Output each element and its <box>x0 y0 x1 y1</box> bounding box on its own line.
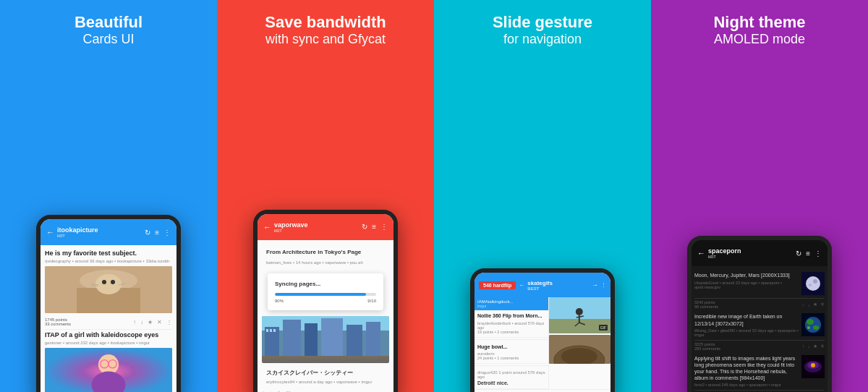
app-bar-title-2: vaporwave HOT <box>274 221 362 233</box>
app-bar-icons-2: ↻ ≡ ⋮ <box>362 223 388 231</box>
phone-4-body: ← spaceporn HOT ↻ ≡ ⋮ Moon, M <box>687 236 832 392</box>
night-post-2-meta: Wrong_Date • glew080 • around 52 days ag… <box>694 328 799 337</box>
comment-meta: dingus420 1 point around 576 days ago <box>477 370 545 379</box>
night-content: Moon, Mercury, Jupiter, Mars [2000X1333]… <box>692 266 827 392</box>
subreddit-sub: imgur <box>477 304 545 308</box>
night-upvote-2[interactable]: ↑ <box>802 344 805 349</box>
phone-3: 540 hardflip ← skategifs BEST → ⋮ IAMAta… <box>463 268 622 392</box>
star-icon-1[interactable]: ★ <box>148 319 153 325</box>
night-post-3-meta: fortz2 • around 248 days ago • spaceporn… <box>694 383 799 387</box>
svg-point-43 <box>813 325 819 330</box>
post-2-meta: gestoner • around 232 days ago • itookap… <box>45 341 172 345</box>
app-bar-title-3: skategifs BEST <box>527 280 592 291</box>
svg-point-5 <box>111 280 115 284</box>
content-1: He is my favorite test subject. rjvideog… <box>41 245 176 392</box>
mini-post-2-stats: 24 points • 1 comments <box>477 356 545 360</box>
back-icon-1[interactable]: ← <box>46 228 54 237</box>
night-thumb-3 <box>801 355 825 378</box>
mini-post-1-meta: braydenfunderburk • around 576 days ago <box>477 321 545 330</box>
app-bar-title-1: itookapicture HOT <box>57 226 145 238</box>
right-pane: GIF <box>549 297 610 389</box>
svg-rect-19 <box>305 323 318 356</box>
panel-3-main-title: Slide gesture <box>493 13 592 32</box>
panel-bandwidth: Save bandwidth with sync and Gfycat ← va… <box>217 0 434 392</box>
night-post-3: Applying tilt shift to images makes ligh… <box>694 352 825 391</box>
svg-point-4 <box>102 280 106 284</box>
svg-rect-22 <box>366 322 380 356</box>
panel-4-main-title: Night theme <box>713 13 805 32</box>
night-post-1-meta: UtopialsGood • around 23 days ago • spac… <box>694 281 799 289</box>
night-actions-2: 3225 points 283 comments ↑ ↓ ★ ✕ <box>694 341 825 352</box>
night-close-1[interactable]: ✕ <box>820 302 825 307</box>
jp-text: スカイスクレイパー・シッティー <box>262 366 389 380</box>
app-bar-1: ← itookapicture HOT ↻ ≡ ⋮ <box>41 219 176 245</box>
count-badge: 540 hardflip <box>479 281 516 289</box>
night-star-1[interactable]: ★ <box>813 302 817 307</box>
night-downvote-1[interactable]: ↓ <box>808 302 811 307</box>
refresh-icon-2[interactable]: ↻ <box>362 223 367 231</box>
panel-4-title: Night theme AMOLED mode <box>706 0 812 54</box>
filter-icon-2[interactable]: ≡ <box>372 223 376 231</box>
more-icon-4[interactable]: ⋮ <box>814 250 822 257</box>
post-2-image <box>45 348 172 392</box>
refresh-icon-4[interactable]: ↻ <box>796 250 801 257</box>
arrow-icon-3[interactable]: → <box>592 281 598 289</box>
app-bar-icons-1: ↻ ≡ ⋮ <box>145 229 171 237</box>
svg-point-48 <box>811 363 815 367</box>
night-star-2[interactable]: ★ <box>813 344 817 349</box>
app-bar-title-4: spaceporn HOT <box>708 247 796 259</box>
progress-bar-fill <box>275 293 366 296</box>
content-2: From Architecture in Tokyo's Page batman… <box>258 240 393 392</box>
divider-4 <box>475 365 548 366</box>
phone-4-screen: ← spaceporn HOT ↻ ≡ ⋮ Moon, M <box>692 240 827 392</box>
filter-icon-1[interactable]: ≡ <box>155 229 159 237</box>
night-close-2[interactable]: ✕ <box>820 344 825 349</box>
progress-bar-bg <box>275 293 376 296</box>
night-post-2: Incredible new image of Earth taken on 1… <box>694 310 825 340</box>
phone-2-body: ← vaporwave HOT ↻ ≡ ⋮ From Architecture … <box>253 210 398 392</box>
close-icon-1[interactable]: ✕ <box>157 319 162 325</box>
phone-1-screen: ← itookapicture HOT ↻ ≡ ⋮ He is my favor… <box>41 219 176 392</box>
app-bar-2: ← vaporwave HOT ↻ ≡ ⋮ <box>258 214 393 240</box>
back-icon-2[interactable]: ← <box>263 223 271 231</box>
svg-point-37 <box>806 276 820 291</box>
svg-rect-21 <box>346 325 362 356</box>
panel-3-sub-title: for navigation <box>493 32 592 47</box>
back-icon-4[interactable]: ← <box>697 249 705 257</box>
panel-gesture: Slide gesture for navigation 540 hardfli… <box>434 0 651 392</box>
gif-badge: GIF <box>599 325 608 331</box>
night-points-1: 3240 points 68 comments <box>694 300 799 309</box>
night-post-3-text: Applying tilt shift to images makes ligh… <box>694 355 799 387</box>
panel-1-main-title: Beautiful <box>75 13 142 32</box>
filter-icon-4[interactable]: ≡ <box>806 250 810 257</box>
downvote-icon-1[interactable]: ↓ <box>140 319 143 325</box>
post-1-actions: 1745 points 33 comments ↑ ↓ ★ ✕ ⋮ <box>45 316 172 328</box>
refresh-icon-1[interactable]: ↻ <box>145 229 150 237</box>
phone-1: ← itookapicture HOT ↻ ≡ ⋮ He is my favor… <box>29 215 188 392</box>
panel-2-sub-title: with sync and Gfycat <box>265 32 386 47</box>
mini-post-1: Nollie 360 Flip from Morn... braydenfund… <box>475 310 548 337</box>
jp-meta: erythrocytes94 • around a day ago • vapo… <box>262 380 389 387</box>
mini-post-2-title: Huge bowl... <box>477 344 545 350</box>
svg-point-38 <box>813 279 817 284</box>
svg-rect-20 <box>321 318 343 356</box>
more-icon-2[interactable]: ⋮ <box>380 223 388 231</box>
svg-rect-24 <box>270 329 272 332</box>
post-1-image <box>45 266 172 313</box>
more-icon-1[interactable]: ⋮ <box>163 229 171 237</box>
night-upvote-1[interactable]: ↑ <box>802 302 805 307</box>
post-1-title: He is my favorite test subject. <box>45 250 172 257</box>
night-downvote-2[interactable]: ↓ <box>808 344 811 349</box>
phone-1-body: ← itookapicture HOT ↻ ≡ ⋮ He is my favor… <box>36 215 181 392</box>
night-actions-1: 3240 points 68 comments ↑ ↓ ★ ✕ <box>694 299 825 310</box>
phone-3-body: 540 hardflip ← skategifs BEST → ⋮ IAMAta… <box>470 268 615 392</box>
bottom-actions-3: 13 points 3 comments ↑ ↓ ★ ✕ <box>475 389 610 392</box>
night-post-2-text: Incredible new image of Earth taken on 1… <box>694 313 799 336</box>
more-icon-3[interactable]: ⋮ <box>601 282 606 288</box>
phone-3-screen: 540 hardflip ← skategifs BEST → ⋮ IAMAta… <box>475 273 610 392</box>
more-icon-post-1[interactable]: ⋮ <box>166 319 172 325</box>
upvote-icon-1[interactable]: ↑ <box>133 319 136 325</box>
mini-post-1-title: Nollie 360 Flip from Morn... <box>477 313 545 319</box>
panel-4-sub-title: AMOLED mode <box>713 32 805 47</box>
bowl-image <box>549 335 610 364</box>
